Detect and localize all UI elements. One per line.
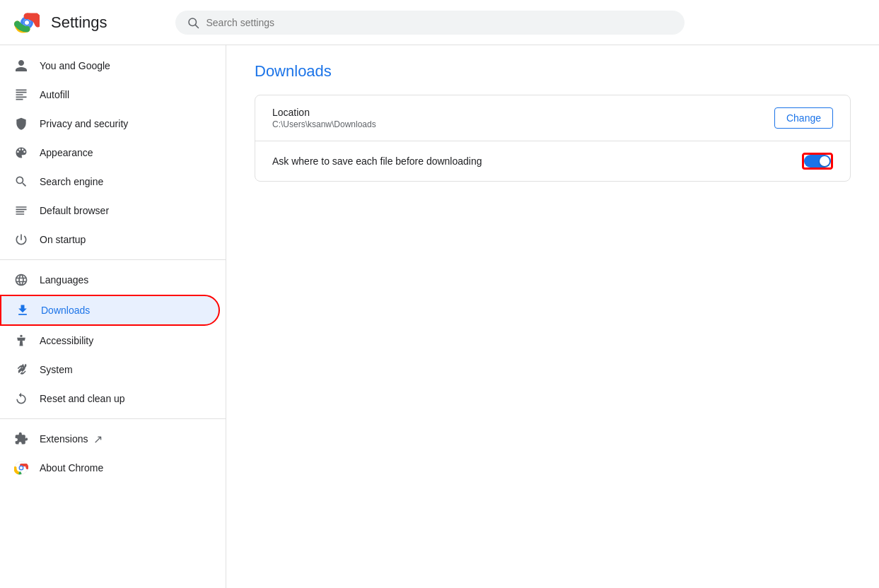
svg-line-7	[195, 25, 198, 28]
location-text: Location C:\Users\ksanw\Downloads	[272, 107, 774, 129]
ask-save-row: Ask where to save each file before downl…	[255, 141, 850, 181]
page-title: Downloads	[255, 62, 851, 81]
location-row: Location C:\Users\ksanw\Downloads Change	[255, 95, 850, 141]
sidebar-item-system[interactable]: System	[0, 355, 220, 384]
content-area: Downloads Location C:\Users\ksanw\Downlo…	[226, 45, 879, 588]
sidebar-item-downloads-label: Downloads	[41, 305, 90, 316]
toggle-slider	[804, 155, 831, 167]
settings-card: Location C:\Users\ksanw\Downloads Change…	[255, 95, 851, 182]
ask-save-text: Ask where to save each file before downl…	[272, 155, 802, 167]
reset-icon	[14, 392, 28, 406]
sidebar-item-system-label: System	[40, 364, 73, 375]
external-link-icon: ↗	[93, 433, 103, 446]
sidebar-item-you-google[interactable]: You and Google	[0, 52, 220, 80]
search-nav-icon	[14, 175, 28, 189]
sidebar-item-privacy-label: Privacy and security	[40, 118, 128, 129]
sidebar-item-accessibility-label: Accessibility	[40, 335, 93, 346]
sidebar-item-languages-label: Languages	[40, 274, 88, 286]
sidebar-divider-1	[0, 259, 226, 260]
palette-icon	[14, 146, 28, 160]
sidebar-item-privacy[interactable]: Privacy and security	[0, 110, 220, 138]
svg-point-5	[25, 20, 29, 25]
sidebar-item-downloads[interactable]: Downloads	[0, 295, 220, 326]
sidebar-item-appearance-label: Appearance	[40, 147, 93, 158]
globe-icon	[14, 273, 28, 287]
sidebar: You and Google Autofill Privacy and secu…	[0, 45, 226, 588]
power-icon	[14, 233, 28, 247]
sidebar-item-languages[interactable]: Languages	[0, 266, 220, 294]
svg-point-8	[20, 335, 22, 337]
settings-card-wrapper: Location C:\Users\ksanw\Downloads Change…	[255, 95, 851, 182]
shield-icon	[14, 117, 28, 131]
chrome-logo-icon	[14, 10, 40, 35]
toggle-wrapper	[802, 153, 833, 170]
accessibility-icon	[14, 334, 28, 348]
sidebar-item-on-startup-label: On startup	[40, 234, 86, 245]
sidebar-item-reset[interactable]: Reset and clean up	[0, 384, 220, 413]
download-icon	[16, 303, 30, 317]
person-icon	[14, 59, 28, 73]
extensions-label: Extensions	[40, 433, 88, 445]
search-input[interactable]	[206, 17, 673, 28]
autofill-icon	[14, 88, 28, 102]
sidebar-item-appearance[interactable]: Appearance	[0, 139, 220, 167]
search-bar	[175, 11, 685, 35]
sidebar-item-autofill[interactable]: Autofill	[0, 81, 220, 109]
browser-icon	[14, 204, 28, 218]
sidebar-item-about-chrome-label: About Chrome	[40, 462, 103, 474]
sidebar-item-you-google-label: You and Google	[40, 60, 110, 71]
sidebar-item-extensions-label-row: Extensions ↗	[40, 433, 103, 446]
sidebar-item-search-engine[interactable]: Search engine	[0, 167, 220, 196]
sidebar-item-extensions[interactable]: Extensions ↗	[0, 425, 220, 453]
svg-point-11	[20, 466, 23, 469]
ask-save-toggle[interactable]	[804, 155, 831, 167]
change-button[interactable]: Change	[774, 107, 833, 129]
sidebar-item-default-browser-label: Default browser	[40, 205, 109, 216]
sidebar-item-accessibility[interactable]: Accessibility	[0, 327, 220, 355]
sidebar-item-about-chrome[interactable]: About Chrome	[0, 454, 220, 482]
wrench-icon	[14, 363, 28, 377]
main-layout: You and Google Autofill Privacy and secu…	[0, 45, 879, 588]
sidebar-item-search-engine-label: Search engine	[40, 176, 103, 187]
sidebar-item-autofill-label: Autofill	[40, 89, 69, 100]
chrome-nav-icon	[14, 461, 28, 475]
app-header: Settings	[0, 0, 879, 45]
location-label: Location	[272, 107, 774, 118]
puzzle-icon	[14, 432, 28, 446]
sidebar-item-reset-label: Reset and clean up	[40, 393, 125, 404]
location-path: C:\Users\ksanw\Downloads	[272, 119, 774, 129]
search-icon	[187, 16, 199, 29]
ask-save-label: Ask where to save each file before downl…	[272, 155, 482, 167]
sidebar-item-default-browser[interactable]: Default browser	[0, 196, 220, 225]
sidebar-divider-2	[0, 418, 226, 419]
page-header-title: Settings	[51, 13, 107, 32]
sidebar-item-on-startup[interactable]: On startup	[0, 225, 220, 254]
